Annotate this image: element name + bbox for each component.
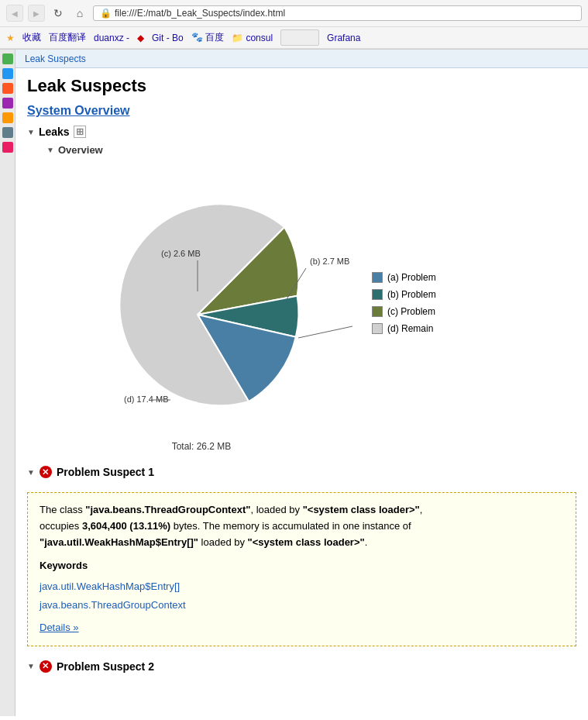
bookmark-translate[interactable]: 百度翻译 [49,31,86,44]
line-a [298,326,352,338]
problem1-loaded2: loaded by [198,536,248,548]
problem1-details-link[interactable]: Details » [40,620,79,636]
bookmark-consul[interactable]: 📁 consul [232,33,273,43]
chart-container: (c) 2.6 MB (b) 2.7 MB (a) 3.4 MB [46,164,565,443]
problem1-classname: "java.beans.ThreadGroupContext" [85,504,250,515]
label-c: (c) 2.6 MB [161,249,201,258]
legend-label-d: (d) Remain [387,323,433,334]
address-text: file:///E:/mat/b_Leak_Suspects/index.htm… [115,8,285,19]
legend-item-b: (b) Problem [372,289,436,300]
page-title: Leak Suspects [27,76,576,96]
problem-suspect-1-header[interactable]: ▼ ✕ Problem Suspect 1 [27,462,576,482]
bookmark-git-label[interactable]: Git - Bo [152,33,184,43]
leaks-icon: ⊞ [74,126,86,138]
left-sidebar [0,50,15,716]
address-bar[interactable]: 🔒 file:///E:/mat/b_Leak_Suspects/index.h… [93,5,582,21]
refresh-button[interactable]: ↻ [50,5,67,22]
problem-suspect-2-header[interactable]: ▼ ✕ Problem Suspect 2 [27,656,576,677]
leaks-collapse-arrow: ▼ [27,128,35,136]
sidebar-icon-2 [2,68,13,79]
problem1-label: Problem Suspect 1 [57,466,154,478]
problem1-loader2: "<system class loader>" [248,536,365,548]
problem1-size: 3,604,400 (13.11%) [82,520,170,532]
leaks-label: Leaks [39,126,70,138]
sidebar-icon-7 [2,142,13,153]
bookmark-duanxz[interactable]: duanxz - [94,33,129,43]
legend-item-a: (a) Problem [372,272,436,283]
problem1-occupies-pre: occupies [40,520,82,532]
bookmark-favorites[interactable]: 收藏 [22,31,41,44]
problem-suspect-2-section: ▼ ✕ Problem Suspect 2 [15,653,588,680]
sidebar-icon-5 [2,112,13,123]
leaks-section: ▼ Leaks ⊞ ▼ Overview [15,122,588,454]
keyword-threadgroupcontext[interactable]: java.beans.ThreadGroupContext [40,596,564,614]
forward-button[interactable]: ▶ [28,5,45,22]
legend-color-d [372,323,383,334]
problem2-collapse-arrow: ▼ [27,662,35,670]
label-d: (d) 17.4 MB [124,394,168,404]
overview-header[interactable]: ▼ Overview [46,144,565,156]
browser-chrome: ◀ ▶ ↻ ⌂ 🔒 file:///E:/mat/b_Leak_Suspects… [0,0,588,50]
home-button[interactable]: ⌂ [71,5,88,22]
legend-item-c: (c) Problem [372,306,436,317]
problem1-post: bytes. The memory is accumulated in one … [170,520,411,532]
legend-item-d: (d) Remain [372,323,436,334]
overview-section: ▼ Overview [27,144,576,450]
problem1-instance: "java.util.WeakHashMap$Entry[]" [40,536,198,548]
sidebar-icon-6 [2,127,13,138]
chart-total: Total: 26.2 MB [46,441,356,452]
pie-chart-svg: (c) 2.6 MB (b) 2.7 MB (a) 3.4 MB [46,171,356,435]
problem1-comma: , [420,504,423,515]
main-content: Leak Suspects Leak Suspects System Overv… [15,50,588,716]
bookmarks-bar: ★ 收藏 百度翻译 duanxz - ◆ Git - Bo 🐾 百度 📁 con… [0,27,588,49]
pie-chart-wrapper: (c) 2.6 MB (b) 2.7 MB (a) 3.4 MB [46,171,356,435]
back-button[interactable]: ◀ [6,5,23,22]
problem1-collapse-arrow: ▼ [27,468,35,477]
legend-color-c [372,306,383,317]
problem1-warning-box: The class "java.beans.ThreadGroupContext… [27,492,576,646]
sidebar-icon-1 [2,53,13,64]
problem2-error-icon: ✕ [40,660,52,673]
bookmark-star-icon: ★ [6,33,15,43]
breadcrumb-link[interactable]: Leak Suspects [25,53,86,64]
legend-color-a [372,272,383,283]
problem1-end: . [365,536,368,548]
legend-color-b [372,289,383,300]
keyword-weakhashmapentry[interactable]: java.util.WeakHashMap$Entry[] [40,577,564,595]
problem1-loaded-pre: , loaded by [250,504,302,515]
leaks-section-header[interactable]: ▼ Leaks ⊞ [27,126,576,138]
label-b: (b) 2.7 MB [310,257,349,266]
legend-label-a: (a) Problem [387,272,436,283]
system-overview-link[interactable]: System Overview [27,104,130,117]
problem2-label: Problem Suspect 2 [57,660,154,673]
bookmark-grafana[interactable]: Grafana [327,33,360,43]
overview-label: Overview [58,144,103,156]
bookmark-baidu[interactable]: 🐾 百度 [191,31,224,44]
shield-icon: 🔒 [100,8,112,19]
bookmark-empty[interactable] [280,29,319,46]
sidebar-icon-3 [2,83,13,94]
problem1-loader: "<system class loader>" [303,504,420,515]
legend-label-c: (c) Problem [387,306,435,317]
chart-legend: (a) Problem (b) Problem (c) Problem [372,272,436,334]
problem1-pre: The class [40,504,85,515]
browser-toolbar: ◀ ▶ ↻ ⌂ 🔒 file:///E:/mat/b_Leak_Suspects… [0,0,588,27]
legend-label-b: (b) Problem [387,289,436,300]
breadcrumb: Leak Suspects [15,50,588,68]
problem1-error-icon: ✕ [40,466,52,478]
problem1-description: The class "java.beans.ThreadGroupContext… [40,502,564,550]
sidebar-icon-4 [2,98,13,109]
keywords-title: Keywords [40,558,564,574]
pie-slices [119,204,298,405]
problem1-keywords-section: Keywords java.util.WeakHashMap$Entry[] j… [40,558,564,614]
problem-suspect-1-section: ▼ ✕ Problem Suspect 1 [15,458,588,486]
overview-collapse-arrow: ▼ [46,146,54,154]
page-header: Leak Suspects System Overview [15,68,588,122]
bookmark-git[interactable]: ◆ [137,33,144,43]
page-layout: Leak Suspects Leak Suspects System Overv… [0,50,588,716]
